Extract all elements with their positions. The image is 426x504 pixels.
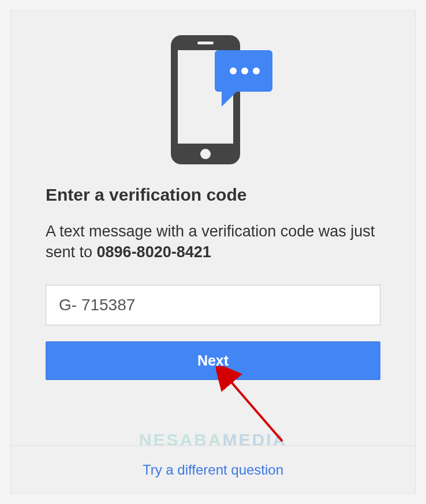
phone-sms-icon [152,33,274,169]
svg-point-7 [241,67,248,74]
svg-point-2 [200,149,211,159]
svg-point-6 [230,67,237,74]
try-different-question-link[interactable]: Try a different question [143,462,283,477]
footer: Try a different question [11,445,415,493]
verification-card: Enter a verification code A text message… [10,10,416,494]
svg-rect-3 [197,42,214,44]
svg-line-10 [227,378,282,441]
instruction-text: A text message with a verification code … [46,221,380,263]
next-button[interactable]: Next [46,341,380,380]
heading: Enter a verification code [46,185,380,205]
content-area: Enter a verification code A text message… [11,185,415,380]
hero-illustration [11,11,415,169]
phone-number: 0896-8020-8421 [97,243,211,261]
verification-code-input[interactable] [46,285,380,325]
svg-point-8 [253,67,260,74]
